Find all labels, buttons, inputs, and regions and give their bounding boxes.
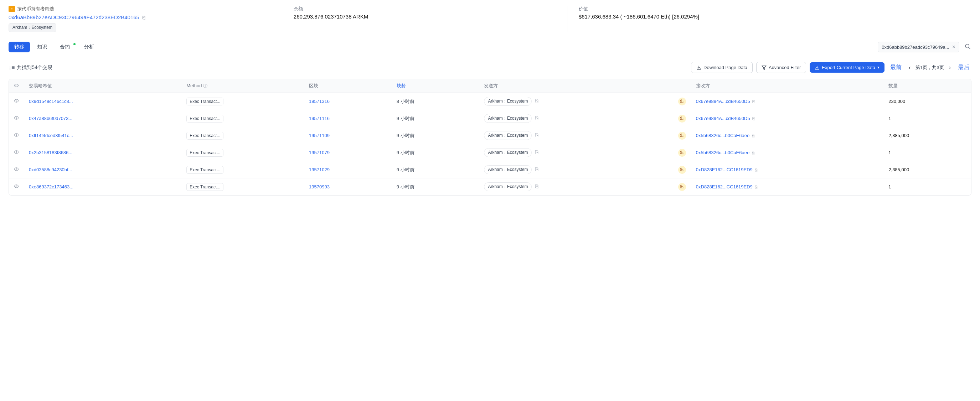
row-eye-icon[interactable] [14,98,19,103]
nav-section: 转移 知识 合约 分析 0xd6abb89b27eadc93c79649a...… [0,38,980,56]
row-direction-cell: 出 [672,127,691,144]
prev-page-button[interactable]: ‹ [907,64,913,71]
row-direction-cell: 出 [672,161,691,178]
col-from-header: 发送方 [479,79,671,93]
copy-from-icon[interactable]: ⎘ [535,184,538,189]
row-to-cell: 0x67e9894A...cdB4650D5 ⎘ [691,93,883,110]
row-from-cell: Arkham：Ecosystem ⎘ [479,93,671,110]
last-page-button[interactable]: 最后 [956,63,972,72]
row-from-cell: Arkham：Ecosystem ⎘ [479,144,671,161]
receiver-link[interactable]: 0x5b68326c...b0CaE6aee [696,150,749,155]
block-link[interactable]: 19571109 [309,133,329,138]
download-label: Download Page Data [703,65,747,70]
nav-tabs: 转移 知识 合约 分析 [8,42,100,52]
tab-analysis[interactable]: 分析 [78,42,100,52]
row-from-cell: Arkham：Ecosystem ⎘ [479,161,671,178]
copy-from-icon[interactable]: ⎘ [535,166,538,172]
copy-to-icon[interactable]: ⎘ [752,150,754,155]
copy-from-icon[interactable]: ⎘ [535,132,538,138]
amount-text: 1 [888,116,891,121]
tab-knowledge[interactable]: 知识 [31,42,53,52]
block-link[interactable]: 19570993 [309,184,329,189]
row-eye-icon[interactable] [14,150,19,155]
row-method-cell: Exec Transact... [181,93,304,110]
row-age-cell: 9 小时前 [391,144,479,161]
sender-badge: Arkham：Ecosystem [484,148,532,157]
block-link[interactable]: 19571316 [309,99,329,104]
tx-hash-link[interactable]: 0x47a88b6f0d7073... [29,116,72,121]
filter-label-row: ≡ 按代币持有者筛选 [8,6,270,12]
page-info: 第1页，共3页 [915,65,943,71]
tx-hash-link[interactable]: 0x9d1549c146c1c8... [29,99,73,104]
search-clear-icon[interactable]: × [952,44,955,50]
tab-contract[interactable]: 合约 [54,42,77,52]
copy-from-icon[interactable]: ⎘ [535,149,538,155]
age-text: 9 小时前 [397,167,414,172]
value-label: 价值 [579,6,972,12]
method-info-icon[interactable]: ⓘ [203,83,207,88]
row-direction-cell: 出 [672,178,691,195]
copy-to-icon[interactable]: ⎘ [752,116,755,121]
tab-transfer[interactable]: 转移 [8,42,30,52]
first-page-button[interactable]: 最前 [888,63,904,72]
row-from-cell: Arkham：Ecosystem ⎘ [479,127,671,144]
download-page-data-button[interactable]: Download Page Data [691,62,752,73]
copy-to-icon[interactable]: ⎘ [752,99,755,104]
row-eye-cell [9,161,24,178]
row-amount-cell: 2,385,000 [883,161,971,178]
receiver-link[interactable]: 0x67e9894A...cdB4650D5 [696,116,750,121]
row-eye-icon[interactable] [14,184,19,189]
value-value: $617,636,683.34 ( ~186,601.6470 Eth) [26… [579,14,972,20]
row-block-cell: 19571029 [304,161,391,178]
pagination: 最前 ‹ 第1页，共3页 › 最后 [888,63,972,72]
copy-to-icon[interactable]: ⎘ [752,133,754,138]
row-age-cell: 9 小时前 [391,161,479,178]
tx-hash-link[interactable]: 0xd03588c94230bf... [29,167,72,172]
age-text: 9 小时前 [397,150,414,155]
row-method-cell: Exec Transact... [181,127,304,144]
row-to-cell: 0xD828E162...CC1619ED9 ⎘ [691,178,883,195]
out-badge: 出 [678,166,686,174]
copy-from-icon[interactable]: ⎘ [535,115,538,121]
tx-hash-link[interactable]: 0x2b3158183f8686... [29,150,72,155]
row-eye-icon[interactable] [14,133,19,138]
row-eye-icon[interactable] [14,116,19,120]
receiver-link[interactable]: 0x5b68326c...b0CaE6aee [696,133,749,138]
table-row: 0x47a88b6f0d7073... Exec Transact... 195… [9,110,971,127]
tx-hash-link[interactable]: 0xff14f4dced3f541c... [29,133,73,138]
address-link[interactable]: 0xd6aBb89b27eADC93C79649aF472d238ED2B401… [8,14,139,20]
advanced-filter-button[interactable]: Advanced Filter [756,62,806,73]
receiver-link[interactable]: 0xD828E162...CC1619ED9 [696,184,752,189]
tx-hash-link[interactable]: 0xe869372c173463... [29,184,73,189]
row-method-cell: Exec Transact... [181,110,304,127]
transactions-table: 交易哈希值 Method ⓘ 区块 块龄 发送方 [9,79,971,195]
amount-text: 2,385,000 [888,167,909,172]
row-method-cell: Exec Transact... [181,161,304,178]
search-button[interactable] [964,42,972,52]
address-row: 0xd6aBb89b27eADC93C79649aF472d238ED2B401… [8,14,270,20]
export-icon [815,65,819,70]
copy-from-icon[interactable]: ⎘ [535,98,538,104]
age-text: 9 小时前 [397,133,414,138]
row-from-cell: Arkham：Ecosystem ⎘ [479,178,671,195]
row-eye-cell [9,110,24,127]
next-page-button[interactable]: › [947,64,953,71]
svg-point-10 [16,168,17,170]
amount-text: 2,385,000 [888,133,909,138]
receiver-link[interactable]: 0xD828E162...CC1619ED9 [696,167,752,172]
copy-to-icon[interactable]: ⎘ [755,184,757,189]
filter-icon: ≡ [8,6,15,12]
block-link[interactable]: 19571079 [309,150,329,155]
toolbar-actions: Download Page Data Advanced Filter Expor… [691,62,972,73]
block-link[interactable]: 19571029 [309,167,329,172]
receiver-link[interactable]: 0x67e9894A...cdB4650D5 [696,99,750,104]
export-button[interactable]: Export Current Page Data ▾ [810,62,885,73]
row-eye-icon[interactable] [14,166,19,172]
row-block-cell: 19571316 [304,93,391,110]
header-section: ≡ 按代币持有者筛选 0xd6aBb89b27eADC93C79649aF472… [0,0,980,38]
table-row: 0xff14f4dced3f541c... Exec Transact... 1… [9,127,971,144]
copy-to-icon[interactable]: ⎘ [755,167,757,172]
result-text: 共找到54个交易 [17,65,52,71]
copy-address-icon[interactable]: ⎘ [142,14,145,20]
block-link[interactable]: 19571116 [309,116,329,121]
